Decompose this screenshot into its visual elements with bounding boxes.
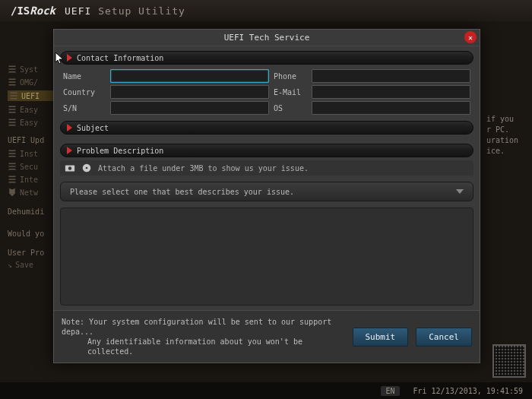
email-input[interactable]: [312, 85, 470, 99]
name-label: Name: [63, 69, 106, 83]
datetime: Fri 12/13/2013, 19:41:59: [413, 387, 524, 395]
phone-input[interactable]: [312, 69, 470, 83]
problem-desc-header: Problem Description: [60, 144, 473, 157]
disk-icon[interactable]: [81, 163, 92, 173]
os-label: OS: [274, 101, 307, 115]
arrow-icon: [67, 54, 72, 62]
country-label: Country: [63, 85, 106, 99]
modal-footer: Note: Your system configuration will be …: [54, 310, 480, 363]
status-bar: EN Fri 12/13/2013, 19:41:59: [0, 382, 532, 399]
arrow-icon: [67, 124, 72, 131]
tech-service-modal: UEFI Tech Service ✕ Contact Information …: [53, 29, 480, 363]
email-label: E-Mail: [274, 85, 307, 99]
title-bar: /ISRock UEFI Setup Utility: [0, 0, 532, 21]
sn-input[interactable]: [110, 101, 269, 115]
header-text: UEFI Setup Utility: [65, 5, 185, 17]
svg-point-1: [68, 166, 71, 169]
cancel-button[interactable]: Cancel: [416, 328, 472, 347]
svg-point-3: [86, 167, 88, 169]
camera-icon[interactable]: [65, 163, 75, 173]
description-textarea[interactable]: [60, 207, 473, 306]
language-indicator[interactable]: EN: [381, 386, 399, 396]
close-button[interactable]: ✕: [464, 31, 477, 43]
dropdown-placeholder: Please select one that best describes yo…: [70, 188, 294, 196]
phone-label: Phone: [274, 69, 307, 83]
background-right-help: if you r PC. uration ice.: [486, 114, 524, 157]
name-input[interactable]: [110, 69, 269, 83]
modal-title: UEFI Tech Service: [224, 33, 310, 43]
footer-note: Note: Your system configuration will be …: [62, 317, 345, 356]
arrow-icon: [67, 147, 72, 154]
sn-label: S/N: [63, 101, 106, 115]
chevron-down-icon: [456, 189, 464, 194]
submit-button[interactable]: Submit: [353, 328, 409, 347]
attach-row: Attach a file under 3MB to show us your …: [60, 160, 473, 176]
qr-code: [492, 344, 526, 378]
attach-hint: Attach a file under 3MB to show us your …: [98, 164, 309, 173]
country-input[interactable]: [110, 85, 269, 99]
contact-info-header: Contact Information: [60, 51, 473, 65]
os-input[interactable]: [312, 101, 470, 115]
close-icon: ✕: [468, 33, 473, 42]
issue-dropdown[interactable]: Please select one that best describes yo…: [60, 182, 473, 201]
subject-header: Subject: [60, 121, 473, 135]
modal-title-bar: UEFI Tech Service ✕: [54, 30, 480, 46]
brand-logo: /ISRock: [11, 5, 55, 17]
background-sidebar: Syst OMG/ UEFI Easy Easy UEFI Upd Inst S…: [8, 61, 53, 273]
